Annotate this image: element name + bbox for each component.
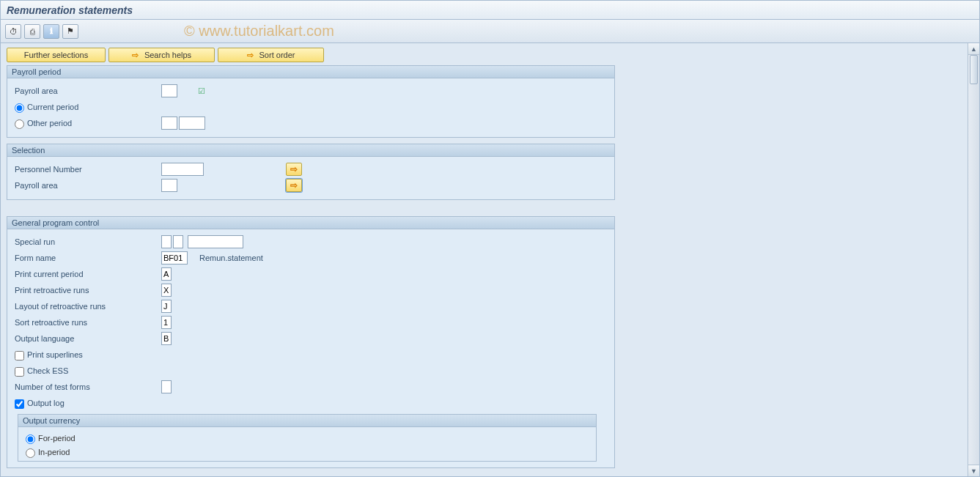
- output-log-label: Output log: [27, 399, 65, 407]
- arrow-right-icon: ⇨: [290, 164, 298, 174]
- layout-retro-input[interactable]: [161, 300, 172, 313]
- vertical-scrollbar[interactable]: ▲ ▼: [968, 43, 979, 476]
- payroll-area-label: Payroll area: [15, 86, 161, 95]
- selection-payroll-area-label: Payroll area: [15, 181, 161, 190]
- output-log-checkbox[interactable]: [15, 399, 24, 409]
- print-current-label: Print current period: [15, 270, 161, 278]
- output-currency-group: Output currency For-period In-period: [18, 414, 597, 462]
- execute-icon: ⏱: [10, 27, 18, 36]
- special-run-input-2[interactable]: [173, 235, 183, 248]
- print-retro-input[interactable]: [161, 284, 172, 297]
- checkmark-icon: ☑: [198, 86, 205, 96]
- content-area: Further selections ⇨ Search helps ⇨ Sort…: [1, 43, 968, 476]
- flag-icon: ⚑: [67, 26, 74, 36]
- variant-button[interactable]: ⎙: [24, 24, 40, 39]
- print-retro-label: Print retroactive runs: [15, 286, 161, 295]
- in-period-radio[interactable]: [26, 448, 35, 458]
- current-period-radio[interactable]: [15, 103, 24, 113]
- for-period-radio[interactable]: [26, 435, 35, 444]
- special-run-input-3[interactable]: [188, 235, 243, 248]
- watermark-text: © www.tutorialkart.com: [184, 23, 334, 40]
- selection-payroll-area-input[interactable]: [161, 179, 177, 192]
- page-title: Remuneration statements: [7, 4, 133, 16]
- execute-button[interactable]: ⏱: [5, 24, 21, 39]
- num-test-label: Number of test forms: [15, 382, 161, 391]
- sort-order-button[interactable]: ⇨ Sort order: [218, 48, 324, 62]
- sort-retro-input[interactable]: [161, 316, 172, 329]
- flag-button[interactable]: ⚑: [62, 24, 78, 39]
- print-superlines-label: Print superlines: [27, 350, 83, 359]
- search-helps-button[interactable]: ⇨ Search helps: [108, 48, 215, 62]
- selection-group: Selection Personnel Number ⇨ Payroll are…: [7, 144, 615, 200]
- info-icon: ℹ: [50, 26, 53, 36]
- variant-icon: ⎙: [30, 27, 35, 36]
- form-name-description: Remun.statement: [199, 254, 263, 262]
- info-button[interactable]: ℹ: [43, 24, 59, 39]
- personnel-number-multiselect-button[interactable]: ⇨: [286, 163, 302, 176]
- payroll-period-group: Payroll period Payroll area ☑ Current pe…: [7, 65, 615, 138]
- other-period-radio[interactable]: [15, 119, 24, 129]
- in-period-label: In-period: [38, 448, 70, 456]
- other-period-label: Other period: [27, 119, 72, 127]
- output-currency-title: Output currency: [18, 415, 596, 427]
- print-superlines-checkbox[interactable]: [15, 351, 24, 360]
- general-title: General program control: [7, 217, 614, 229]
- scroll-down-button[interactable]: ▼: [968, 465, 979, 476]
- form-name-label: Form name: [15, 254, 161, 262]
- layout-retro-label: Layout of retroactive runs: [15, 302, 161, 311]
- selection-button-row: Further selections ⇨ Search helps ⇨ Sort…: [7, 48, 962, 62]
- scroll-up-button[interactable]: ▲: [968, 43, 979, 55]
- arrow-right-icon: ⇨: [247, 51, 254, 60]
- further-selections-label: Further selections: [24, 51, 88, 59]
- check-ess-checkbox[interactable]: [15, 367, 24, 377]
- check-ess-label: Check ESS: [27, 366, 68, 375]
- for-period-label: For-period: [38, 434, 75, 443]
- other-period-input-1[interactable]: [161, 117, 177, 130]
- payroll-period-title: Payroll period: [7, 66, 614, 78]
- sap-window: Remuneration statements ⏱ ⎙ ℹ ⚑ © www.tu…: [0, 0, 980, 477]
- form-name-input[interactable]: [161, 251, 188, 265]
- payroll-area-input[interactable]: [161, 84, 177, 97]
- arrow-right-icon: ⇨: [290, 180, 298, 191]
- selection-title: Selection: [7, 144, 614, 157]
- output-lang-label: Output language: [15, 334, 161, 343]
- special-run-input-1[interactable]: [161, 235, 172, 248]
- num-test-input[interactable]: [161, 380, 172, 393]
- general-program-control-group: General program control Special run Form…: [7, 216, 615, 468]
- personnel-number-label: Personnel Number: [15, 165, 161, 174]
- personnel-number-input[interactable]: [161, 163, 204, 176]
- app-toolbar: ⏱ ⎙ ℹ ⚑ © www.tutorialkart.com: [1, 20, 979, 43]
- output-lang-input[interactable]: [161, 332, 172, 345]
- title-bar: Remuneration statements: [1, 1, 979, 20]
- payroll-area-multiselect-button[interactable]: ⇨: [286, 179, 302, 192]
- sort-order-label: Sort order: [259, 51, 295, 59]
- arrow-right-icon: ⇨: [132, 51, 139, 60]
- print-current-input[interactable]: [161, 267, 172, 281]
- search-helps-label: Search helps: [144, 51, 191, 59]
- scroll-thumb[interactable]: [970, 55, 978, 84]
- special-run-label: Special run: [15, 237, 161, 246]
- sort-retro-label: Sort retroactive runs: [15, 318, 161, 327]
- current-period-label: Current period: [27, 103, 78, 111]
- other-period-input-2[interactable]: [179, 117, 205, 130]
- further-selections-button[interactable]: Further selections: [7, 48, 106, 62]
